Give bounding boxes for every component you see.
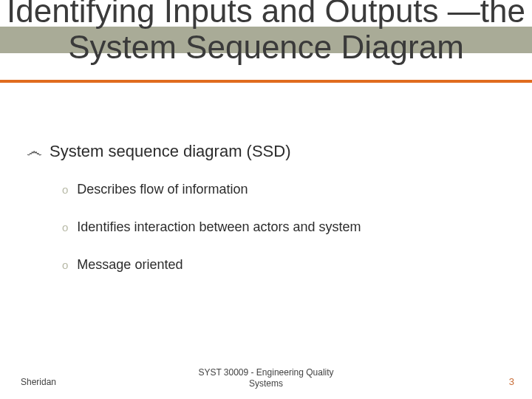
- circle-icon: o: [62, 259, 68, 270]
- footer-center-line2: Systems: [249, 378, 283, 389]
- circle-icon: o: [62, 184, 68, 195]
- sub-bullet-list: o Describes flow of information o Identi…: [62, 182, 505, 273]
- list-item: o Message oriented: [62, 257, 505, 273]
- circle-icon: o: [62, 222, 68, 233]
- sub-bullet-text: Describes flow of information: [77, 182, 248, 197]
- sub-bullet-text: Message oriented: [77, 257, 183, 273]
- list-item: o Describes flow of information: [62, 182, 505, 197]
- slide-title: Identifying Inputs and Outputs —the Syst…: [0, 0, 532, 66]
- swirl-icon: ෴: [27, 143, 42, 160]
- main-bullet: ෴ System sequence diagram (SSD): [27, 142, 505, 161]
- footer: Sheridan SYST 30009 - Engineering Qualit…: [0, 364, 532, 390]
- list-item: o Identifies interaction between actors …: [62, 219, 505, 235]
- footer-center-line1: SYST 30009 - Engineering Quality: [198, 367, 333, 378]
- content-area: ෴ System sequence diagram (SSD) o Descri…: [27, 142, 505, 295]
- page-number: 3: [509, 376, 514, 387]
- main-bullet-text: System sequence diagram (SSD): [50, 142, 290, 161]
- title-underline: [0, 80, 532, 83]
- sub-bullet-text: Identifies interaction between actors an…: [77, 219, 361, 235]
- footer-center: SYST 30009 - Engineering Quality Systems: [0, 367, 532, 390]
